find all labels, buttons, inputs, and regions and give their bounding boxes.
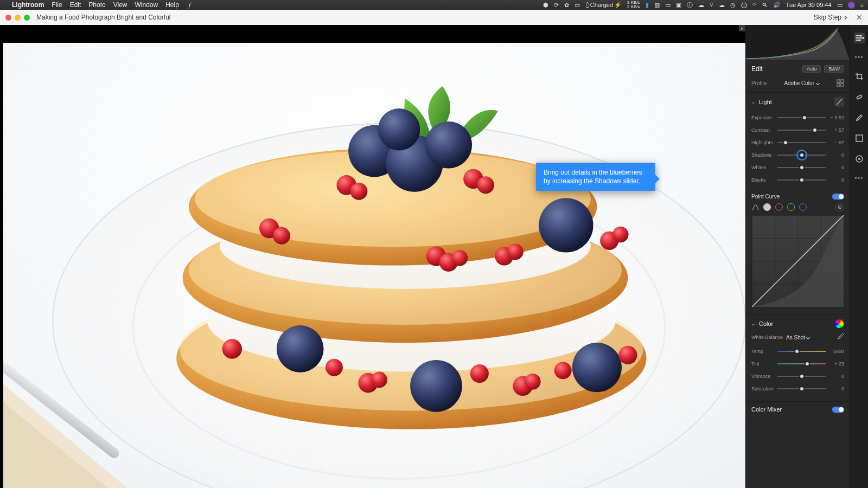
slider-track[interactable] <box>777 373 826 380</box>
menu-photo[interactable]: Photo <box>88 1 105 9</box>
point-curve-toggle[interactable] <box>832 194 844 200</box>
section-title-color-mixer[interactable]: Color Mixer <box>751 406 782 413</box>
tone-curve-icon[interactable] <box>834 97 844 107</box>
profile-label: Profile <box>751 80 767 86</box>
heal-tool-icon[interactable] <box>854 92 865 102</box>
wb-label: White Balance <box>751 335 783 340</box>
slider-track[interactable] <box>777 386 826 392</box>
blue-channel[interactable] <box>799 203 807 211</box>
svg-point-26 <box>350 183 368 200</box>
edit-tool-icon[interactable] <box>854 33 865 43</box>
chevron-down-icon[interactable]: ⌄ <box>751 321 756 326</box>
fullscreen-window-button[interactable] <box>24 15 30 21</box>
tutorial-bar: Making a Food Photograph Bright and Colo… <box>0 10 868 25</box>
color-wheel-icon[interactable] <box>834 319 844 329</box>
svg-point-22 <box>277 325 324 373</box>
svg-rect-50 <box>841 84 844 86</box>
bw-button[interactable]: B&W <box>824 65 844 73</box>
crop-tool-icon[interactable] <box>854 71 865 82</box>
airplay-icon[interactable]: ⌔ <box>752 2 756 8</box>
slider-label: Saturation <box>751 386 774 391</box>
chevron-down-icon <box>806 335 810 339</box>
app-name[interactable]: Lightroom <box>12 1 44 9</box>
svg-rect-47 <box>837 80 840 82</box>
menu-view[interactable]: View <box>113 1 127 9</box>
histogram[interactable] <box>746 25 850 60</box>
svg-point-35 <box>507 244 524 260</box>
slider-track[interactable] <box>777 114 826 121</box>
more-tools-icon[interactable]: ••• <box>854 53 864 61</box>
slider-label: Blacks <box>751 177 774 183</box>
time-icon[interactable]: ◷ <box>730 2 736 9</box>
svg-point-54 <box>860 35 861 37</box>
radial-gradient-tool-icon[interactable] <box>854 153 865 164</box>
close-tutorial-button[interactable]: ✕ <box>856 14 863 21</box>
svg-rect-49 <box>837 84 840 86</box>
cloud-icon[interactable]: ☁ <box>698 2 704 9</box>
close-window-button[interactable] <box>5 15 11 21</box>
panel-title: Edit <box>751 65 763 73</box>
slider-track[interactable] <box>777 127 826 133</box>
red-channel[interactable] <box>775 203 783 211</box>
target-adjust-icon[interactable] <box>835 203 844 211</box>
point-curve-graph[interactable] <box>751 215 844 307</box>
slider-track[interactable] <box>777 348 826 355</box>
menu-help[interactable]: Help <box>165 1 179 9</box>
sync-icon[interactable]: ⟳ <box>554 2 559 9</box>
edit-panel: Edit Auto B&W Profile Adobe Color ⌄ Ligh… <box>745 25 850 488</box>
slider-track[interactable] <box>777 164 826 171</box>
menu-extra-icon[interactable]: 𝑓 <box>189 1 190 9</box>
menu-edit[interactable]: Edit <box>70 1 81 9</box>
gear-icon[interactable]: ✿ <box>564 2 569 9</box>
menu-window[interactable]: Window <box>135 1 158 9</box>
battery-status[interactable]: Charged ⚡ <box>585 2 622 9</box>
slider-shadows: Shadows0 <box>751 149 844 161</box>
more-tools-icon-2[interactable]: ••• <box>854 174 864 182</box>
chevron-down-icon[interactable]: ⌄ <box>751 99 756 105</box>
skip-step-button[interactable]: Skip Step <box>814 14 846 21</box>
info-icon[interactable]: ⓘ <box>687 1 693 9</box>
color-mixer-toggle[interactable] <box>832 407 844 413</box>
slider-value: 0 <box>829 177 844 183</box>
slider-track[interactable] <box>777 361 826 367</box>
control-icon[interactable]: ▭ <box>837 2 843 9</box>
green-channel[interactable] <box>787 203 795 211</box>
status-icon-1[interactable]: ▮ <box>646 2 649 9</box>
chat-icon[interactable]: ☁ <box>719 2 725 9</box>
linear-gradient-tool-icon[interactable] <box>854 133 865 144</box>
auto-button[interactable]: Auto <box>802 65 821 73</box>
luma-channel[interactable] <box>763 203 771 211</box>
image-canvas[interactable] <box>3 43 745 488</box>
wb-dropdown[interactable]: As Shot <box>786 335 809 341</box>
section-title-light[interactable]: Light <box>759 99 772 105</box>
brush-tool-icon[interactable] <box>854 112 865 123</box>
list-icon[interactable]: ≡ <box>860 2 864 8</box>
status-icon-2[interactable]: ▥ <box>654 2 660 9</box>
branch-icon[interactable]: ⑂ <box>710 2 713 8</box>
slider-label: Contrast <box>751 127 774 133</box>
chevron-down-icon <box>816 81 820 85</box>
minimize-window-button[interactable] <box>15 15 21 21</box>
status-icon-3[interactable]: ▭ <box>665 2 671 9</box>
wifi-icon[interactable]: ⨀ <box>741 2 747 9</box>
status-icon-4[interactable]: ▣ <box>676 2 681 9</box>
profile-browser-icon[interactable] <box>837 79 844 87</box>
slider-track[interactable] <box>777 177 826 183</box>
svg-point-45 <box>554 362 572 379</box>
search-icon[interactable]: 🔍︎ <box>762 2 768 8</box>
menu-file[interactable]: File <box>52 1 62 9</box>
display-icon[interactable]: ▭ <box>575 2 580 9</box>
eyedropper-icon[interactable] <box>837 333 844 342</box>
profile-dropdown[interactable]: Adobe Color <box>784 80 819 86</box>
volume-icon[interactable]: 🔊 <box>773 2 781 9</box>
dropbox-icon[interactable]: ⬢ <box>543 2 548 9</box>
siri-icon[interactable] <box>848 2 855 9</box>
slider-track[interactable] <box>777 139 826 146</box>
network-stats[interactable]: 3 KB/s2 KB/s <box>627 1 640 9</box>
slider-track[interactable] <box>777 152 826 158</box>
slider-exposure: Exposure+ 0.52 <box>751 111 844 124</box>
filmstrip-toggle[interactable]: ▸ <box>739 25 745 31</box>
parametric-curve-icon[interactable] <box>751 203 759 211</box>
section-title-color[interactable]: Color <box>759 320 773 327</box>
menubar-clock[interactable]: Tue Apr 30 09:44 <box>786 2 832 8</box>
